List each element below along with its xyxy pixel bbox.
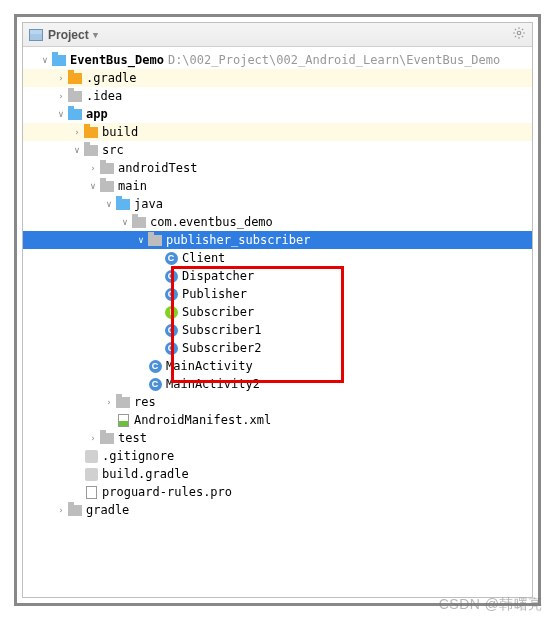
tree-row-proguard[interactable]: proguard-rules.pro [23, 483, 532, 501]
watermark: CSDN @韩曙亮 [439, 596, 543, 614]
tree-row-androidtest[interactable]: › androidTest [23, 159, 532, 177]
tree-row-dispatcher[interactable]: C Dispatcher [23, 267, 532, 285]
tree-row-main[interactable]: ∨ main [23, 177, 532, 195]
chevron-right-icon[interactable]: › [71, 123, 83, 141]
panel-header[interactable]: Project ▼ [23, 23, 532, 47]
tree-row-test[interactable]: › test [23, 429, 532, 447]
chevron-right-icon[interactable]: › [103, 393, 115, 411]
dropdown-arrow-icon[interactable]: ▼ [93, 30, 98, 40]
svg-point-0 [517, 31, 521, 35]
class-icon: C [163, 287, 179, 301]
folder-icon [99, 179, 115, 193]
chevron-right-icon[interactable]: › [87, 159, 99, 177]
tree-row-gradlemod[interactable]: › gradle [23, 501, 532, 519]
root-path: D:\002_Project\002_Android_Learn\EventBu… [168, 51, 500, 69]
tree-row-idea-dir[interactable]: › .idea [23, 87, 532, 105]
chevron-down-icon[interactable]: ∨ [71, 141, 83, 159]
folder-icon [83, 125, 99, 139]
folder-icon [99, 161, 115, 175]
chevron-down-icon[interactable]: ∨ [55, 105, 67, 123]
panel-title: Project [48, 28, 89, 42]
file-icon [83, 485, 99, 499]
tree-row-buildgradle[interactable]: build.gradle [23, 465, 532, 483]
chevron-down-icon[interactable]: ∨ [87, 177, 99, 195]
folder-icon [115, 395, 131, 409]
tree-row-subscriber1[interactable]: C Subscriber1 [23, 321, 532, 339]
class-icon: C [163, 341, 179, 355]
chevron-down-icon[interactable]: ∨ [39, 51, 51, 69]
tree-row-gitignore[interactable]: .gitignore [23, 447, 532, 465]
tree-row-client[interactable]: C Client [23, 249, 532, 267]
tree-row-build[interactable]: › build [23, 123, 532, 141]
class-icon: C [163, 323, 179, 337]
tree-row-java[interactable]: ∨ java [23, 195, 532, 213]
module-icon [51, 53, 67, 67]
folder-icon [67, 503, 83, 517]
tree-row-subscriber[interactable]: I Subscriber [23, 303, 532, 321]
tree-row-mainactivity[interactable]: C MainActivity [23, 357, 532, 375]
chevron-down-icon[interactable]: ∨ [119, 213, 131, 231]
gear-icon[interactable] [512, 26, 526, 43]
interface-icon: I [163, 305, 179, 319]
class-icon: C [147, 359, 163, 373]
tree-row-manifest[interactable]: AndroidManifest.xml [23, 411, 532, 429]
folder-icon [67, 89, 83, 103]
class-icon: C [147, 377, 163, 391]
module-icon [67, 107, 83, 121]
folder-icon [115, 197, 131, 211]
tree-row-pkg[interactable]: ∨ com.eventbus_demo [23, 213, 532, 231]
root-name: EventBus_Demo [70, 51, 164, 69]
class-icon: C [163, 251, 179, 265]
folder-icon [99, 431, 115, 445]
chevron-right-icon[interactable]: › [55, 87, 67, 105]
chevron-right-icon[interactable]: › [87, 429, 99, 447]
tree-row-mainactivity2[interactable]: C MainActivity2 [23, 375, 532, 393]
package-icon [131, 215, 147, 229]
folder-icon [67, 71, 83, 85]
tree-row-pubsub[interactable]: ∨ publisher_subscriber [23, 231, 532, 249]
project-icon [29, 29, 43, 41]
package-icon [147, 233, 163, 247]
chevron-down-icon[interactable]: ∨ [135, 231, 147, 249]
tree-row-publisher[interactable]: C Publisher [23, 285, 532, 303]
tree-row-subscriber2[interactable]: C Subscriber2 [23, 339, 532, 357]
chevron-right-icon[interactable]: › [55, 501, 67, 519]
tree-row-res[interactable]: › res [23, 393, 532, 411]
tree-row-root[interactable]: ∨ EventBus_Demo D:\002_Project\002_Andro… [23, 51, 532, 69]
project-tree[interactable]: ∨ EventBus_Demo D:\002_Project\002_Andro… [23, 47, 532, 523]
file-icon [83, 449, 99, 463]
tree-row-gradle-dir[interactable]: › .gradle [23, 69, 532, 87]
chevron-right-icon[interactable]: › [55, 69, 67, 87]
xml-file-icon [115, 413, 131, 427]
tree-row-src[interactable]: ∨ src [23, 141, 532, 159]
folder-icon [83, 143, 99, 157]
tree-row-app[interactable]: ∨ app [23, 105, 532, 123]
class-icon: C [163, 269, 179, 283]
chevron-down-icon[interactable]: ∨ [103, 195, 115, 213]
gradle-file-icon [83, 467, 99, 481]
